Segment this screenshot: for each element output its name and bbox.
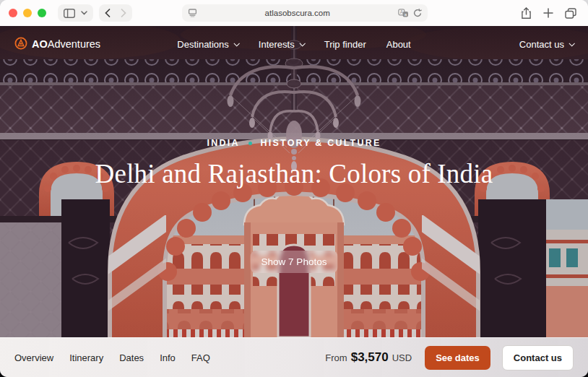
tab-overview-icon[interactable] xyxy=(565,8,576,19)
price-value: $3,570 xyxy=(351,350,389,365)
price-prefix: From xyxy=(325,352,347,363)
back-button[interactable] xyxy=(105,9,111,17)
chevron-down-icon xyxy=(299,40,305,46)
new-tab-icon[interactable] xyxy=(543,8,553,18)
logo-text-adventures: Adventures xyxy=(48,38,100,50)
hero-copy: INDIA HISTORY & CULTURE Delhi and Rajast… xyxy=(0,138,588,190)
tab-faq[interactable]: FAQ xyxy=(191,352,210,363)
address-bar[interactable]: atlasobscura.com Aa xyxy=(182,4,428,22)
tab-itinerary[interactable]: Itinerary xyxy=(69,352,103,363)
hero-country[interactable]: INDIA xyxy=(207,138,240,148)
nav-item-trip-finder[interactable]: Trip finder xyxy=(324,39,366,50)
url-text[interactable]: atlasobscura.com xyxy=(202,9,394,17)
hero-eyebrow: INDIA HISTORY & CULTURE xyxy=(0,138,588,148)
toolbar-right-actions xyxy=(521,7,579,20)
chevron-down-icon xyxy=(233,40,239,46)
sidebar-chevron-down-icon[interactable] xyxy=(81,11,87,15)
history-controls xyxy=(99,4,132,22)
tab-dates[interactable]: Dates xyxy=(119,352,144,363)
nav-item-about[interactable]: About xyxy=(386,39,411,50)
share-icon[interactable] xyxy=(521,7,532,20)
nav-contact-us[interactable]: Contact us xyxy=(519,39,574,50)
show-photos-button[interactable]: Show 7 Photos xyxy=(251,251,338,273)
forward-button[interactable] xyxy=(121,9,126,17)
nav-menu: Destinations Interests Trip finder About xyxy=(177,39,410,50)
traffic-lights xyxy=(9,9,46,17)
reload-icon[interactable] xyxy=(413,9,422,18)
zoom-window-button[interactable] xyxy=(38,9,46,17)
translate-icon[interactable]: Aa xyxy=(398,9,409,17)
minimize-window-button[interactable] xyxy=(23,9,32,17)
browser-toolbar: atlasobscura.com Aa xyxy=(0,0,588,26)
tab-info[interactable]: Info xyxy=(160,352,176,363)
trip-tabs: Overview Itinerary Dates Info FAQ xyxy=(14,352,210,363)
sidebar-icon[interactable] xyxy=(64,9,75,18)
atlas-obscura-logo-icon xyxy=(14,37,27,52)
site-navbar: AOAdventures Destinations Interests Trip… xyxy=(0,26,588,62)
page-title: Delhi and Rajasthan: Colors of India xyxy=(70,158,518,190)
site-logo[interactable]: AOAdventures xyxy=(14,37,100,52)
browser-window: atlasobscura.com Aa xyxy=(0,0,588,377)
trip-action-bar: Overview Itinerary Dates Info FAQ From $… xyxy=(0,337,588,377)
contact-us-button[interactable]: Contact us xyxy=(502,345,574,370)
sidebar-controls xyxy=(58,4,93,22)
separator-dot xyxy=(248,142,252,145)
hero-section: AOAdventures Destinations Interests Trip… xyxy=(0,26,588,337)
hero-category[interactable]: HISTORY & CULTURE xyxy=(261,138,381,148)
logo-text-ao: AO xyxy=(32,38,48,50)
nav-item-interests[interactable]: Interests xyxy=(259,39,304,50)
tab-overview[interactable]: Overview xyxy=(14,352,53,363)
page-format-icon[interactable] xyxy=(188,9,197,17)
close-window-button[interactable] xyxy=(9,9,17,17)
see-dates-button[interactable]: See dates xyxy=(425,346,490,370)
price-block: From $3,570 USD xyxy=(325,350,412,365)
price-currency: USD xyxy=(392,352,412,363)
chevron-down-icon xyxy=(568,40,574,46)
nav-item-destinations[interactable]: Destinations xyxy=(177,39,238,50)
